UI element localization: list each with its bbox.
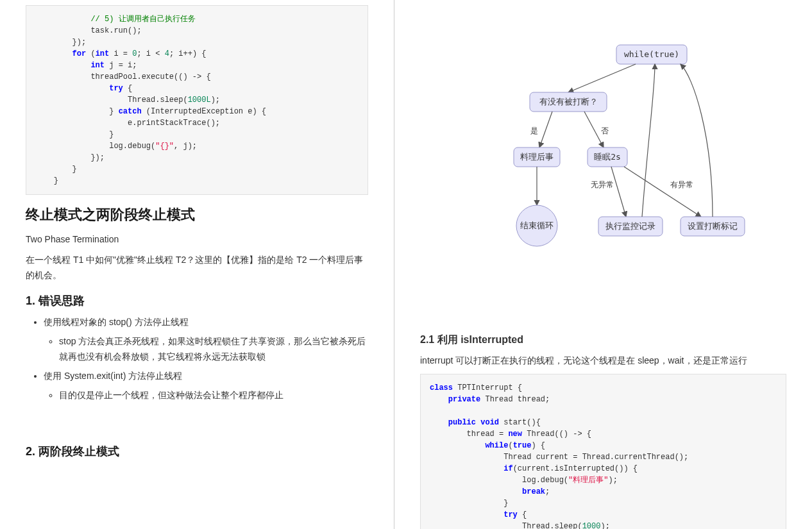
node-sleep: 睡眠2s xyxy=(594,152,621,162)
text-interrupt-desc: interrupt 可以打断正在执行的线程，无论这个线程是在 sleep，wai… xyxy=(420,353,786,369)
node-while: while(true) xyxy=(623,49,679,59)
heading-wrong-approach: 1. 错误思路 xyxy=(26,293,368,308)
heading-termination-pattern: 终止模式之两阶段终止模式 xyxy=(26,205,368,224)
list-wrong: 使用线程对象的 stop() 方法停止线程 stop 方法会真正杀死线程，如果这… xyxy=(26,315,368,403)
node-postwork: 料理后事 xyxy=(520,152,554,162)
edge-no: 否 xyxy=(601,126,609,135)
heading-two-phase: 2. 两阶段终止模式 xyxy=(26,444,368,459)
node-setflag: 设置打断标记 xyxy=(688,221,738,231)
heading-21-isinterrupted: 2.1 利用 isInterrupted xyxy=(420,333,786,347)
edge-noexc: 无异常 xyxy=(591,180,614,189)
node-interrupted: 有没有被打断？ xyxy=(539,97,597,106)
code-block-1: // 5) 让调用者自己执行任务 task.run(); }); for (in… xyxy=(26,5,368,195)
node-exec: 执行监控记录 xyxy=(605,221,656,231)
list-item: 使用线程对象的 stop() 方法停止线程 stop 方法会真正杀死线程，如果这… xyxy=(44,315,368,364)
flowchart-diagram: while(true) 有没有被打断？ 是 否 料理后事 睡眠2s xyxy=(420,38,786,314)
edge-yes: 是 xyxy=(530,126,538,135)
list-item: 目的仅是停止一个线程，但这种做法会让整个程序都停止 xyxy=(59,388,368,403)
list-item: stop 方法会真正杀死线程，如果这时线程锁住了共享资源，那么当它被杀死后就再也… xyxy=(59,334,368,365)
code-line: // 5) 让调用者自己执行任务 task.run(); }); for (in… xyxy=(35,15,266,185)
text-tpt: Two Phase Termination xyxy=(26,232,368,248)
edge-exc: 有异常 xyxy=(670,180,693,189)
code-block-2: class TPTInterrupt { private Thread thre… xyxy=(420,374,786,529)
text-desc: 在一个线程 T1 中如何"优雅"终止线程 T2？这里的【优雅】指的是给 T2 一… xyxy=(26,253,368,283)
list-item: 使用 System.exit(int) 方法停止线程 目的仅是停止一个线程，但这… xyxy=(44,369,368,403)
node-end: 结束循环 xyxy=(520,221,554,230)
